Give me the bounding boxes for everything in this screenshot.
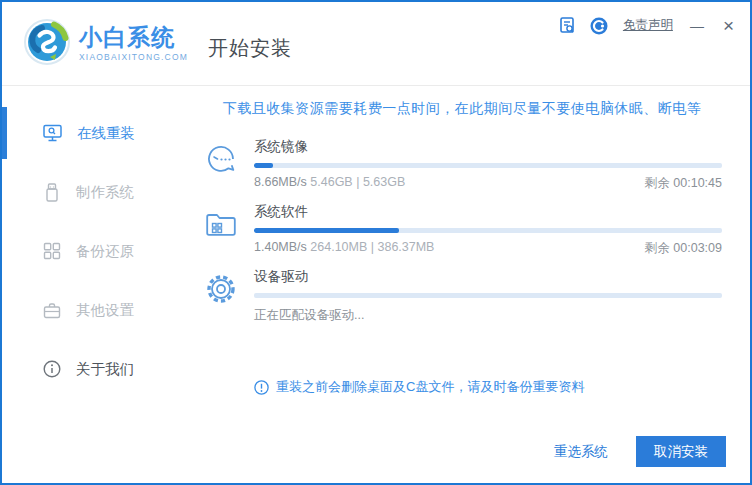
- sidebar-item-other-settings[interactable]: 其他设置: [2, 289, 182, 331]
- task-stats: 8.66MB/s 5.46GB | 5.63GB: [254, 175, 405, 192]
- chat-face-icon: [202, 138, 239, 192]
- window-controls: 免责声明 — ×: [559, 16, 736, 35]
- briefcase-icon: [43, 302, 61, 319]
- disclaimer-link[interactable]: 免责声明: [623, 17, 673, 34]
- header: 小白系统 XIAOBAIXITONG.COM 开始安装: [2, 2, 750, 86]
- logo-swirl-icon: [24, 19, 70, 69]
- sidebar-item-label: 制作系统: [76, 183, 134, 202]
- sidebar-item-label: 其他设置: [76, 301, 134, 320]
- close-button[interactable]: ×: [721, 16, 736, 35]
- cancel-install-button[interactable]: 取消安装: [636, 436, 726, 467]
- warning-text: 重装之前会删除桌面及C盘文件，请及时备份重要资料: [276, 378, 584, 396]
- folder-apps-icon: [202, 203, 239, 257]
- usb-drive-icon: [43, 183, 61, 202]
- customer-service-icon[interactable]: [590, 17, 608, 35]
- sidebar-item-label: 备份还原: [76, 242, 134, 261]
- task-status: 正在匹配设备驱动...: [254, 307, 722, 324]
- alert-circle-icon: [254, 380, 269, 395]
- sidebar-item-label: 关于我们: [76, 360, 134, 379]
- task-remaining: 剩余 00:10:45: [645, 175, 722, 192]
- app-logo: 小白系统 XIAOBAIXITONG.COM: [24, 19, 188, 69]
- grid-squares-icon: [43, 242, 61, 260]
- minimize-button[interactable]: —: [688, 19, 706, 33]
- info-icon: [43, 360, 61, 378]
- sidebar-item-label: 在线重装: [77, 124, 135, 143]
- sidebar-item-make-system[interactable]: 制作系统: [2, 171, 182, 213]
- task-system-software: 系统软件 1.40MB/s 264.10MB | 386.37MB 剩余 00:…: [202, 203, 722, 257]
- page-title: 开始安装: [208, 35, 292, 62]
- gear-icon: [202, 268, 239, 324]
- app-window: 小白系统 XIAOBAIXITONG.COM 开始安装: [0, 0, 752, 485]
- footer-actions: 重选系统 取消安装: [554, 436, 726, 467]
- sidebar-item-online-reinstall[interactable]: 在线重装: [2, 112, 182, 154]
- task-stats: 1.40MB/s 264.10MB | 386.37MB: [254, 240, 434, 257]
- progress-bar-device-driver: [254, 293, 722, 298]
- brand-name: 小白系统: [79, 25, 188, 50]
- sidebar-item-about-us[interactable]: 关于我们: [2, 348, 182, 390]
- task-system-image: 系统镜像 8.66MB/s 5.46GB | 5.63GB 剩余 00:10:4…: [202, 138, 722, 192]
- reselect-system-button[interactable]: 重选系统: [554, 443, 608, 461]
- sidebar: 在线重装 制作系统: [2, 86, 182, 483]
- progress-bar-system-image: [254, 163, 722, 168]
- monitor-search-icon: [43, 124, 62, 142]
- bill-search-icon[interactable]: [559, 17, 575, 34]
- task-name: 系统软件: [254, 203, 722, 221]
- task-name: 设备驱动: [254, 268, 722, 286]
- warning-row: 重装之前会删除桌面及C盘文件，请及时备份重要资料: [254, 378, 722, 396]
- brand-domain: XIAOBAIXITONG.COM: [79, 52, 188, 62]
- progress-bar-system-software: [254, 228, 722, 233]
- task-remaining: 剩余 00:03:09: [645, 240, 722, 257]
- main-content: 下载且收集资源需要耗费一点时间，在此期间尽量不要使电脑休眠、断电等 系统: [182, 86, 750, 483]
- task-name: 系统镜像: [254, 138, 722, 156]
- task-list: 系统镜像 8.66MB/s 5.46GB | 5.63GB 剩余 00:10:4…: [202, 138, 722, 324]
- notice-text: 下载且收集资源需要耗费一点时间，在此期间尽量不要使电脑休眠、断电等: [202, 100, 722, 118]
- task-device-driver: 设备驱动 正在匹配设备驱动...: [202, 268, 722, 324]
- sidebar-item-backup-restore[interactable]: 备份还原: [2, 230, 182, 272]
